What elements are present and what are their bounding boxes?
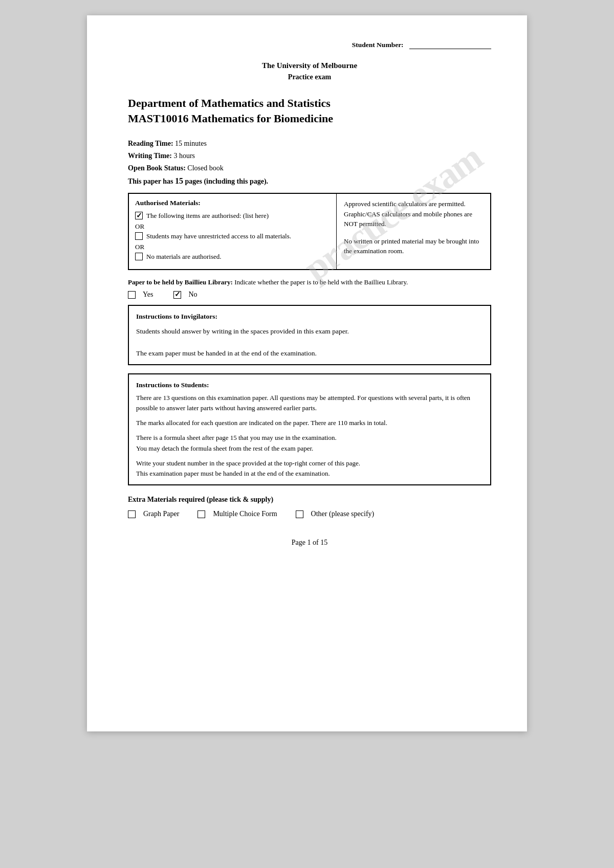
- reading-time-label: Reading Time:: [128, 140, 173, 147]
- yes-item: Yes: [128, 291, 153, 299]
- no-item: No: [173, 291, 197, 299]
- auth-right: Approved scientific calculators are perm…: [337, 194, 490, 269]
- auth-or2: OR: [135, 243, 330, 251]
- pages-num-val: 15: [175, 176, 183, 185]
- baillieu-section: Paper to be held by Baillieu Library: In…: [128, 278, 491, 299]
- auth-checkbox-1[interactable]: [135, 212, 143, 219]
- other-label: Other (please specify): [311, 510, 375, 518]
- open-book-row: Open Book Status: Closed book: [128, 164, 491, 172]
- authorised-materials-box: Authorised Materials: The following item…: [128, 193, 491, 270]
- yes-no-row: Yes No: [128, 291, 491, 299]
- invigilators-line2: The exam paper must be handed in at the …: [136, 348, 483, 359]
- student-number-row: Student Number:: [128, 41, 491, 49]
- course-title: MAST10016 Mathematics for Biomedicine: [128, 112, 491, 125]
- writing-time-label: Writing Time:: [128, 152, 172, 160]
- auth-item1-row: The following items are authorised: (lis…: [135, 211, 330, 220]
- student-number-line: [409, 49, 491, 49]
- university-name: The University of Melbourne: [128, 61, 491, 70]
- exam-page: practice exam Student Number: The Univer…: [87, 15, 527, 731]
- students-para2: The marks allocated for each question ar…: [136, 418, 483, 429]
- baillieu-text: Paper to be held by Baillieu Library: In…: [128, 278, 491, 286]
- auth-title: Authorised Materials:: [135, 199, 330, 207]
- graph-paper-label: Graph Paper: [143, 510, 179, 518]
- pages-prefix: This paper has: [128, 177, 173, 185]
- exam-type: Practice exam: [128, 73, 491, 81]
- writing-time-row: Writing Time: 3 hours: [128, 152, 491, 160]
- reading-time-row: Reading Time: 15 minutes: [128, 140, 491, 148]
- pages-row: This paper has 15 pages (including this …: [128, 176, 491, 186]
- open-book-label: Open Book Status:: [128, 164, 186, 172]
- graph-paper-item: Graph Paper: [128, 510, 179, 518]
- yes-checkbox[interactable]: [128, 291, 136, 299]
- auth-item3-text: No materials are authorised.: [146, 252, 222, 261]
- multiple-choice-checkbox[interactable]: [198, 510, 205, 518]
- students-box: Instructions to Students: There are 13 q…: [128, 373, 491, 485]
- students-para4: Write your student number in the space p…: [136, 458, 483, 480]
- auth-checkbox-2[interactable]: [135, 232, 143, 240]
- department-title: Department of Mathematics and Statistics: [128, 97, 491, 110]
- writing-time-val: 3 hours: [173, 152, 195, 160]
- auth-item1-text: The following items are authorised: (lis…: [146, 211, 269, 220]
- student-number-label: Student Number:: [352, 41, 404, 49]
- extra-materials-section: Extra Materials required (please tick & …: [128, 496, 491, 518]
- auth-or1: OR: [135, 222, 330, 231]
- auth-item3-row: No materials are authorised.: [135, 252, 330, 261]
- invigilators-title: Instructions to Invigilators:: [136, 311, 483, 322]
- invigilators-box: Instructions to Invigilators: Students s…: [128, 305, 491, 365]
- no-checkbox[interactable]: [173, 291, 181, 299]
- other-item: Other (please specify): [296, 510, 375, 518]
- open-book-val: Closed book: [187, 164, 223, 172]
- extra-materials-title: Extra Materials required (please tick & …: [128, 496, 491, 504]
- students-para1: There are 13 questions on this examinati…: [136, 393, 483, 414]
- baillieu-label: Paper to be held by Baillieu Library:: [128, 278, 233, 286]
- reading-time-val: 15 minutes: [175, 140, 207, 147]
- students-title: Instructions to Students:: [136, 380, 483, 391]
- no-label: No: [188, 291, 197, 299]
- auth-left: Authorised Materials: The following item…: [129, 194, 337, 269]
- auth-item2-row: Students may have unrestricted access to…: [135, 232, 330, 241]
- baillieu-description: Indicate whether the paper is to be held…: [234, 278, 408, 286]
- auth-checkbox-3[interactable]: [135, 253, 143, 260]
- graph-paper-checkbox[interactable]: [128, 510, 136, 518]
- multiple-choice-label: Multiple Choice Form: [213, 510, 277, 518]
- invigilators-line1: Students should answer by writing in the…: [136, 326, 483, 337]
- extra-items-row: Graph Paper Multiple Choice Form Other (…: [128, 510, 491, 518]
- page-footer: Page 1 of 15: [128, 539, 491, 547]
- other-checkbox[interactable]: [296, 510, 303, 518]
- auth-right-top: Approved scientific calculators are perm…: [344, 199, 483, 229]
- pages-suffix-val: pages (including this page).: [185, 177, 268, 185]
- students-para3: There is a formula sheet after page 15 t…: [136, 433, 483, 454]
- multiple-choice-item: Multiple Choice Form: [198, 510, 277, 518]
- auth-right-bottom: No written or printed material may be br…: [344, 236, 483, 256]
- auth-item2-text: Students may have unrestricted access to…: [146, 232, 291, 241]
- yes-label: Yes: [143, 291, 153, 299]
